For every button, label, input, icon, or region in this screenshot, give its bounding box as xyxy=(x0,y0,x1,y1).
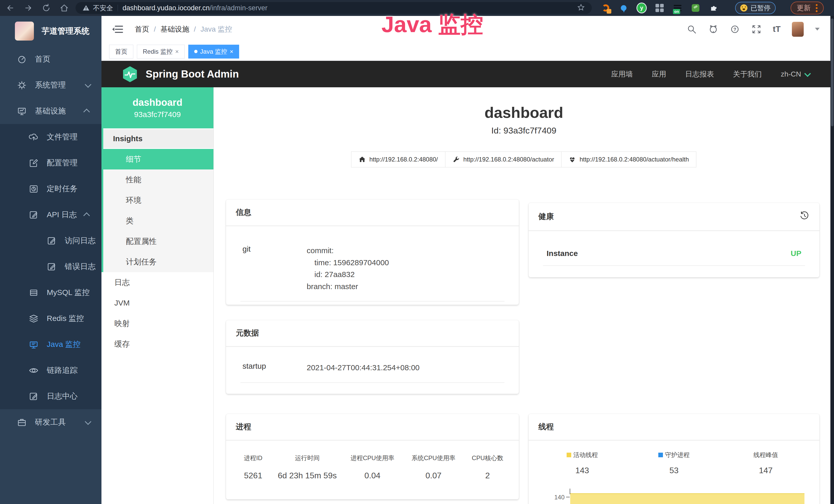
sidebar-item-api-logs[interactable]: API 日志 xyxy=(0,202,102,228)
sba-locale-select[interactable]: zh-CN xyxy=(781,70,809,78)
extension-orange-icon[interactable] xyxy=(600,3,611,13)
tab-home[interactable]: 首页 xyxy=(109,45,133,59)
layers-icon xyxy=(29,314,39,323)
health-instance-row: Instance UP xyxy=(543,243,805,266)
process-col-sys-cpu: 系统CPU使用率 xyxy=(403,454,464,462)
threads-legend: 活动线程 143 守护进程 53 线程峰值 147 xyxy=(536,451,812,475)
sidebar-item-access-logs[interactable]: 访问日志 xyxy=(0,228,102,254)
forward-icon[interactable] xyxy=(24,3,33,13)
history-icon[interactable] xyxy=(799,210,810,223)
sba-menu-logs[interactable]: 日志 xyxy=(102,272,214,293)
sidebar-item-infra[interactable]: 基础设施 xyxy=(0,98,102,124)
github-icon[interactable] xyxy=(708,24,719,35)
app-logo-row[interactable]: 芋道管理系统 xyxy=(0,16,102,46)
home-icon[interactable] xyxy=(60,3,69,13)
sba-nav-wallboard[interactable]: 应用墙 xyxy=(611,69,633,79)
health-card: 健康 Instance UP xyxy=(529,203,819,277)
process-sys-cpu-value: 0.07 xyxy=(403,471,464,480)
live-threads-value: 143 xyxy=(536,466,628,475)
profile-paused-badge[interactable]: 已暂停 xyxy=(735,2,776,14)
process-card: 进程 进程ID 运行时间 进程CPU使用率 系统CPU使用率 CPU核心数 52… xyxy=(226,414,519,499)
sba-menu-jvm[interactable]: JVM xyxy=(102,293,214,313)
help-icon[interactable]: ? xyxy=(730,24,740,35)
sidebar-item-redis-monitor[interactable]: Redis 监控 xyxy=(0,305,102,331)
extensions-puzzle-icon[interactable] xyxy=(708,3,719,13)
java-monitor-icon xyxy=(29,340,39,349)
sidebar-item-error-logs[interactable]: 错误日志 xyxy=(0,254,102,280)
health-url-link[interactable]: http://192.168.0.2:48080/actuator/health xyxy=(561,152,696,167)
sba-menu-scheduled-tasks[interactable]: 计划任务 xyxy=(103,252,214,272)
legend-live-threads: 活动线程 143 xyxy=(536,451,628,475)
back-icon[interactable] xyxy=(6,3,15,13)
sidebar-item-tracing[interactable]: 链路追踪 xyxy=(0,358,102,383)
process-pid-value: 5261 xyxy=(234,471,272,480)
page-title: dashboard xyxy=(214,104,834,121)
close-icon[interactable]: × xyxy=(229,48,233,55)
chevron-down-icon xyxy=(85,81,91,88)
paused-label: 已暂停 xyxy=(750,4,771,13)
chevron-down-icon xyxy=(804,70,811,77)
extension-onetab-icon[interactable]: on xyxy=(673,3,683,13)
chevron-up-icon xyxy=(83,109,90,115)
sba-nav-journal[interactable]: 日志报表 xyxy=(685,69,714,79)
info-value: commit: time: 1596289704000 id: 27aa832 … xyxy=(307,245,502,293)
sidebar-item-system[interactable]: 系统管理 xyxy=(0,72,102,98)
sidebar-item-scheduled-jobs[interactable]: 定时任务 xyxy=(0,176,102,202)
extension-y-icon[interactable]: y xyxy=(636,3,647,13)
search-icon[interactable] xyxy=(686,24,697,35)
address-bar[interactable]: 不安全 dashboard.yudao.iocoder.cn/infra/adm… xyxy=(75,2,592,14)
sba-nav-about[interactable]: 关于我们 xyxy=(733,69,762,79)
metadata-key: startup xyxy=(242,362,307,374)
sba-menu-caches[interactable]: 缓存 xyxy=(102,334,214,354)
sidebar-item-mysql-monitor[interactable]: MySQL 监控 xyxy=(0,280,102,305)
user-menu-caret-icon[interactable] xyxy=(815,28,820,30)
extension-pin-icon[interactable] xyxy=(618,3,629,13)
screen: 不安全 dashboard.yudao.iocoder.cn/infra/adm… xyxy=(0,0,834,504)
process-uptime-value: 6d 23h 15m 59s xyxy=(272,471,342,480)
sba-menu-metrics[interactable]: 性能 xyxy=(103,169,214,190)
chrome-update-button[interactable]: 更新 xyxy=(791,2,824,15)
sidebar-fold-icon[interactable] xyxy=(112,25,123,34)
scrollbar-thumb[interactable] xyxy=(831,19,833,126)
browser-menu-icon[interactable] xyxy=(816,4,817,12)
extension-grid-icon[interactable] xyxy=(655,3,665,13)
sidebar-item-home[interactable]: 首页 xyxy=(0,46,102,72)
sidebar-item-file-manage[interactable]: 文件管理 xyxy=(0,124,102,150)
sba-menu-classes[interactable]: 类 xyxy=(103,210,214,231)
sba-menu-environment[interactable]: 环境 xyxy=(103,190,214,210)
service-url-link[interactable]: http://192.168.0.2:48080/ xyxy=(351,152,445,167)
sidebar-item-log-center[interactable]: 日志中心 xyxy=(0,383,102,409)
home-icon xyxy=(358,156,366,163)
sba-menu-details[interactable]: 细节 xyxy=(103,149,214,169)
sba-brand-title[interactable]: Spring Boot Admin xyxy=(146,68,239,80)
instance-header[interactable]: dashboard 93a3fc7f7409 xyxy=(102,87,214,129)
sba-nav-applications[interactable]: 应用 xyxy=(652,69,666,79)
sba-menu-mappings[interactable]: 映射 xyxy=(102,313,214,334)
reload-icon[interactable] xyxy=(42,3,51,13)
sidebar-item-java-monitor[interactable]: Java 监控 xyxy=(0,331,102,358)
sidebar-item-dev-tools[interactable]: 研发工具 xyxy=(0,409,102,435)
url-host: dashboard.yudao.iocoder.cn xyxy=(123,4,210,12)
close-icon[interactable]: × xyxy=(175,48,179,55)
text-size-icon[interactable]: tT xyxy=(773,24,781,34)
fullscreen-icon[interactable] xyxy=(751,24,762,35)
sba-instance-sidebar: dashboard 93a3fc7f7409 Insights 细节 性能 环境… xyxy=(102,87,214,504)
actuator-url-link[interactable]: http://192.168.0.2:48080/actuator xyxy=(445,152,562,167)
gear-icon xyxy=(17,81,27,90)
active-tab-dot xyxy=(194,50,198,53)
bookmark-star-icon[interactable] xyxy=(577,3,585,13)
breadcrumb-infra[interactable]: 基础设施 xyxy=(160,24,189,34)
security-label[interactable]: 不安全 xyxy=(93,4,113,13)
url-text[interactable]: dashboard.yudao.iocoder.cn/infra/admin-s… xyxy=(123,4,267,12)
breadcrumb-home[interactable]: 首页 xyxy=(135,24,149,34)
sidebar-item-config-manage[interactable]: 配置管理 xyxy=(0,150,102,176)
user-avatar[interactable] xyxy=(792,22,804,37)
toolbox-icon xyxy=(17,417,27,427)
sba-menu-config-props[interactable]: 配置属性 xyxy=(103,231,214,252)
sba-header: Spring Boot Admin 应用墙 应用 日志报表 关于我们 zh-CN xyxy=(102,61,834,87)
tab-java-monitor[interactable]: Java 监控 × xyxy=(188,45,239,59)
tab-redis-monitor[interactable]: Redis 监控 × xyxy=(137,45,185,59)
page-scrollbar[interactable] xyxy=(830,16,834,504)
log-edit-icon xyxy=(47,262,57,272)
extension-leaf-icon[interactable] xyxy=(690,3,701,13)
